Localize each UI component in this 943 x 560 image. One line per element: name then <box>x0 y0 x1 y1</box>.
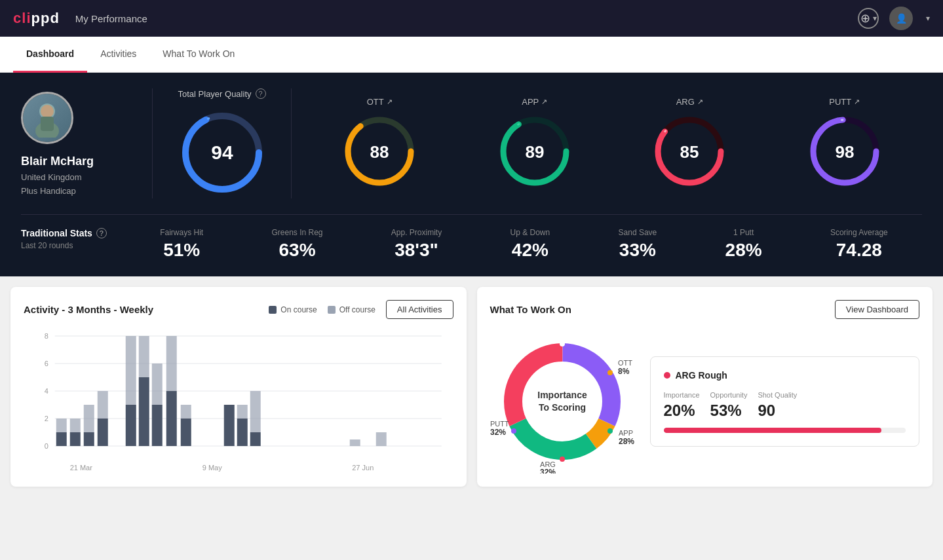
gauge-section: Total Player Quality ? 94 OTT ↗ <box>152 88 922 198</box>
tab-dashboard[interactable]: Dashboard <box>13 37 87 73</box>
arg-metrics: Importance 20% Opportunity 53% Shot Qual… <box>664 391 906 420</box>
svg-rect-33 <box>56 432 67 446</box>
stat-fairways-hit: Fairways Hit 51% <box>160 228 203 261</box>
svg-rect-38 <box>84 405 94 432</box>
quality-bar <box>664 428 906 433</box>
work-content: Importance To Scoring OTT 8% APP 28% ARG… <box>490 329 920 474</box>
svg-rect-44 <box>139 336 149 377</box>
svg-rect-3 <box>41 117 54 131</box>
arg-detail-card: ARG Rough Importance 20% Opportunity 53%… <box>650 356 920 447</box>
svg-text:85: 85 <box>680 141 699 161</box>
app-label: APP ↗ <box>522 97 547 107</box>
gauge-arg: ARG ↗ 85 <box>650 97 729 191</box>
svg-rect-54 <box>250 432 261 446</box>
trad-stats-sub: Last 20 rounds <box>21 241 126 250</box>
svg-text:28%: 28% <box>619 437 634 446</box>
page-title: My Performance <box>75 13 147 24</box>
arg-metric-opportunity: Opportunity 53% <box>710 391 748 420</box>
help-icon[interactable]: ? <box>256 88 266 99</box>
total-quality-gauge: 94 <box>176 107 268 198</box>
svg-rect-35 <box>70 432 81 446</box>
svg-text:4: 4 <box>45 387 48 395</box>
donut-chart-svg: Importance To Scoring OTT 8% APP 28% ARG… <box>490 329 634 474</box>
svg-text:To Scoring: To Scoring <box>538 402 585 413</box>
svg-rect-48 <box>166 336 177 391</box>
svg-rect-57 <box>376 432 387 446</box>
activity-title: Activity - 3 Months - Weekly <box>24 304 153 315</box>
stat-scoring-average: Scoring Average 74.28 <box>830 228 888 261</box>
arg-dot <box>664 372 670 379</box>
player-avatar <box>21 92 73 144</box>
ott-label: OTT ↗ <box>367 97 393 107</box>
putt-arrow-icon: ↗ <box>854 98 860 106</box>
svg-text:32%: 32% <box>539 468 555 474</box>
arg-metric-importance: Importance 20% <box>664 391 700 420</box>
chart-area: 8 6 4 2 0 <box>24 329 453 474</box>
svg-point-2 <box>41 105 54 118</box>
tab-bar: Dashboard Activities What To Work On <box>0 37 943 73</box>
legend-oncourse: On course <box>269 305 317 314</box>
svg-rect-53 <box>237 405 248 419</box>
stat-greens-in-reg: Greens In Reg 63% <box>271 228 322 261</box>
svg-text:88: 88 <box>370 141 389 161</box>
svg-rect-40 <box>98 391 108 419</box>
app-arrow-icon: ↗ <box>541 98 547 106</box>
bottom-section: Activity - 3 Months - Weekly On course O… <box>0 276 943 497</box>
legend-wrap: On course Off course <box>269 305 375 314</box>
plus-icon: ⊕ <box>860 11 870 26</box>
view-dashboard-button[interactable]: View Dashboard <box>835 300 919 319</box>
player-row: Blair McHarg United Kingdom Plus Handica… <box>21 88 922 198</box>
trad-stats-label: Traditional Stats ? <box>21 228 126 238</box>
app-logo: clippd <box>13 10 60 27</box>
svg-text:21 Mar: 21 Mar <box>70 464 93 472</box>
hero-section: Blair McHarg United Kingdom Plus Handica… <box>0 73 943 276</box>
total-quality-wrap: Total Player Quality ? 94 <box>174 88 292 198</box>
svg-rect-46 <box>152 364 163 405</box>
tab-activities[interactable]: Activities <box>87 37 149 73</box>
avatar-icon: 👤 <box>896 13 907 24</box>
svg-text:2: 2 <box>45 415 48 422</box>
avatar-image <box>23 94 71 142</box>
trad-stats-help-icon[interactable]: ? <box>96 228 107 238</box>
stat-1-putt: 1 Putt 28% <box>725 228 762 261</box>
arg-arrow-icon: ↗ <box>697 98 703 106</box>
svg-text:94: 94 <box>211 141 233 163</box>
legend-offcourse: Off course <box>328 305 375 314</box>
activity-header: Activity - 3 Months - Weekly On course O… <box>24 300 453 319</box>
svg-text:98: 98 <box>835 141 854 161</box>
activity-chart-svg: 8 6 4 2 0 <box>24 329 453 474</box>
traditional-stats-row: Traditional Stats ? Last 20 rounds Fairw… <box>21 214 922 261</box>
donut-chart-wrap: Importance To Scoring OTT 8% APP 28% ARG… <box>490 329 634 474</box>
arg-title: ARG Rough <box>676 370 727 381</box>
arg-label: ARG ↗ <box>676 97 703 107</box>
nav-right: ⊕ ▾ 👤 ▾ <box>858 7 930 30</box>
gauge-app: APP ↗ 89 <box>495 97 574 191</box>
svg-point-65 <box>560 341 565 346</box>
svg-rect-51 <box>224 405 235 446</box>
add-button[interactable]: ⊕ ▾ <box>858 8 879 29</box>
work-card: What To Work On View Dashboard <box>477 287 933 487</box>
activity-card: Activity - 3 Months - Weekly On course O… <box>10 287 467 487</box>
player-handicap: Plus Handicap <box>21 186 76 196</box>
tab-what-to-work-on[interactable]: What To Work On <box>149 37 248 73</box>
arg-detail-header: ARG Rough <box>664 370 906 381</box>
svg-rect-47 <box>166 391 177 446</box>
svg-rect-42 <box>126 336 136 405</box>
stat-app-proximity: App. Proximity 38'3" <box>391 228 442 261</box>
avatar[interactable]: 👤 <box>889 7 913 30</box>
svg-text:Importance: Importance <box>537 390 587 400</box>
quality-bar-row <box>664 428 906 433</box>
svg-point-68 <box>560 457 565 462</box>
legend-oncourse-dot <box>269 306 277 314</box>
svg-rect-37 <box>84 432 94 446</box>
nav-left: clippd My Performance <box>13 10 147 27</box>
legend-offcourse-dot <box>328 306 336 314</box>
svg-rect-56 <box>350 439 360 446</box>
all-activities-button[interactable]: All Activities <box>386 300 453 319</box>
svg-text:APP: APP <box>619 429 633 437</box>
top-nav: clippd My Performance ⊕ ▾ 👤 ▾ <box>0 0 943 37</box>
svg-text:9 May: 9 May <box>202 464 222 472</box>
svg-text:6: 6 <box>45 360 48 367</box>
trad-stats-items: Fairways Hit 51% Greens In Reg 63% App. … <box>126 228 922 261</box>
svg-rect-45 <box>152 405 163 446</box>
